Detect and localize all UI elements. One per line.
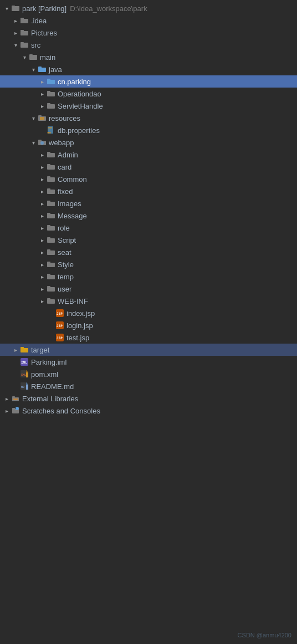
arrow-cn-parking[interactable] [38,77,47,86]
tree-item-servlethandle[interactable]: ServletHandle [0,100,297,112]
tree-item-index-jsp[interactable]: JSP index.jsp [0,307,297,319]
tree-item-role[interactable]: role [0,222,297,234]
label-operationdao: Operationdao [58,90,293,98]
arrow-user[interactable] [38,284,47,293]
tree-item-web-inf[interactable]: WEB-INF [0,295,297,307]
label-parking-iml: Parking.iml [31,358,293,366]
tree-item-readme-md[interactable]: MD README.md [0,380,297,392]
tree-item-main[interactable]: main [0,51,297,63]
label-pictures: Pictures [31,29,293,37]
svg-rect-71 [13,398,18,400]
label-card: card [58,163,293,171]
folder-icon [47,236,55,244]
tree-item-db-properties[interactable]: ▪▪ db.properties [0,124,297,136]
tree-item-test-jsp[interactable]: JSP test.jsp [0,331,297,344]
arrow-card[interactable] [38,162,47,171]
folder-icon [47,175,55,183]
jsp-icon: JSP [55,333,64,342]
tree-item-src[interactable]: src [0,39,297,51]
label-style: Style [58,260,293,269]
arrow-seat[interactable] [38,248,47,257]
label-login-jsp: login.jsp [66,321,293,330]
tree-item-operationdao[interactable]: Operationdao [0,88,297,100]
tree-item-webapp[interactable]: webapp [0,136,297,149]
svg-rect-45 [47,251,55,255]
label-pom-xml: pom.xml [31,370,293,379]
arrow-idea[interactable] [11,16,20,25]
arrow-index-jsp[interactable] [47,309,55,318]
arrow-test-jsp[interactable] [47,333,55,342]
project-name: park [Parking] [22,4,66,13]
tree-item-user[interactable]: user [0,283,297,295]
arrow-external-libraries[interactable] [2,394,11,403]
label-readme-md: README.md [31,382,293,391]
tree-item-script[interactable]: Script [0,234,297,246]
arrow-message[interactable] [38,211,47,220]
tree-item-cn-parking[interactable]: cn.parking [0,75,297,88]
arrow-images[interactable] [38,199,47,208]
tree-item-admin[interactable]: Admin [0,149,297,161]
arrow-login-jsp[interactable] [47,321,55,330]
folder-blue-icon [38,65,47,74]
svg-rect-22 [48,127,52,128]
arrow-readme-md[interactable] [11,382,20,391]
svg-rect-2 [21,19,28,23]
tree-item-pom-xml[interactable]: XML pom.xml [0,368,297,380]
tree-item-park-root[interactable]: park [Parking]D:\idea_workspace\park [0,2,297,14]
folder-icon [47,89,55,98]
arrow-pictures[interactable] [11,28,20,37]
tree-item-java[interactable]: java [0,63,297,75]
arrow-scratches[interactable] [2,406,11,415]
tree-item-message[interactable]: Message [0,209,297,222]
svg-rect-16 [47,104,55,109]
label-park-root: park [Parking]D:\idea_workspace\park [22,4,293,13]
svg-rect-19 [38,115,42,117]
svg-rect-10 [38,68,46,72]
svg-rect-29 [47,153,55,157]
arrow-resources[interactable] [29,114,38,122]
arrow-admin[interactable] [38,150,47,159]
arrow-park-root[interactable] [2,4,11,13]
arrow-script[interactable] [38,236,47,244]
tree-item-scratches[interactable]: Scratches and Consoles [0,405,297,417]
folder-icon [47,162,55,171]
tree-item-temp[interactable]: temp [0,270,297,283]
tree-item-seat[interactable]: seat [0,246,297,258]
scratches-icon [11,406,20,415]
arrow-temp[interactable] [38,272,47,281]
tree-item-style[interactable]: Style [0,258,297,270]
tree-item-card[interactable]: card [0,161,297,173]
arrow-servlethandle[interactable] [38,101,47,110]
arrow-target[interactable] [11,345,20,354]
arrow-style[interactable] [38,260,47,269]
arrow-role[interactable] [38,223,47,232]
tree-item-images[interactable]: Images [0,197,297,209]
arrow-db-properties[interactable] [38,126,47,135]
arrow-webapp[interactable] [29,138,38,147]
tree-item-idea[interactable]: .idea [0,14,297,27]
folder-open-icon [11,4,20,13]
arrow-pom-xml[interactable] [11,370,20,379]
folder-icon [47,284,55,293]
svg-rect-36 [47,188,50,190]
tree-item-login-jsp[interactable]: JSP login.jsp [0,319,297,331]
jsp-icon: JSP [55,309,64,318]
arrow-common[interactable] [38,175,47,183]
arrow-main[interactable] [20,53,29,62]
tree-item-parking-iml[interactable]: IML Parking.iml [0,356,297,368]
arrow-parking-iml[interactable] [11,357,20,366]
tree-item-fixed[interactable]: fixed [0,185,297,197]
arrow-operationdao[interactable] [38,89,47,98]
tree-item-pictures[interactable]: Pictures [0,27,297,39]
tree-item-resources[interactable]: resources [0,112,297,124]
label-role: role [58,224,293,232]
arrow-src[interactable] [11,40,20,49]
tree-item-target[interactable]: target [0,344,297,356]
tree-item-external-libraries[interactable]: External Libraries [0,392,297,405]
folder-icon [20,16,29,25]
label-common: Common [58,175,293,183]
arrow-java[interactable] [29,65,38,74]
arrow-web-inf[interactable] [38,297,47,305]
tree-item-common[interactable]: Common [0,173,297,185]
arrow-fixed[interactable] [38,187,47,196]
